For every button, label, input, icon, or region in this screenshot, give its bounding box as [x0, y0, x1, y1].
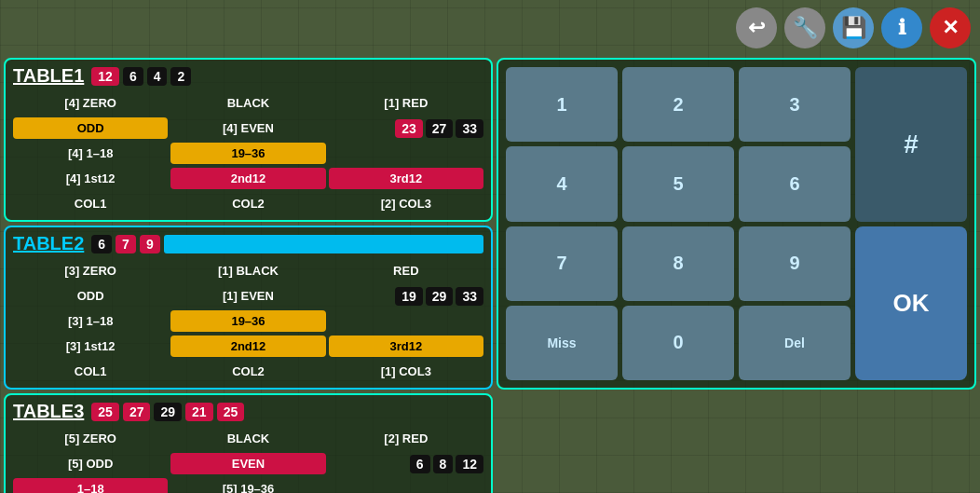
- table3-red: [2] RED: [329, 428, 483, 449]
- numpad-1[interactable]: 1: [506, 67, 618, 142]
- numpad-ok[interactable]: OK: [855, 226, 967, 381]
- table2-col3: [1] COL3: [329, 361, 483, 382]
- table1-row-zero: [4] ZERO BLACK [1] RED: [13, 92, 483, 114]
- table2-header-highlight: [164, 235, 483, 253]
- table2-red: RED: [329, 260, 483, 281]
- numpad-panel: 1 2 3 # 4 5 6 7 8 9 OK Miss 0 Del: [497, 58, 976, 390]
- table2-num2: 7: [116, 235, 136, 253]
- table3-row-range: 1–18 [5] 19–36: [13, 478, 483, 493]
- table2-n29: 29: [426, 287, 454, 306]
- table3-range-empty: [329, 486, 483, 493]
- numpad-3[interactable]: 3: [739, 67, 851, 142]
- numpad-8[interactable]: 8: [622, 226, 734, 301]
- table1-1936: 19–36: [170, 143, 325, 164]
- table2-row-range: [3] 1–18 19–36: [13, 310, 483, 332]
- table2-118: [3] 1–18: [13, 310, 168, 332]
- table2-zero: [3] ZERO: [13, 260, 168, 281]
- table1-col3: [2] COL3: [329, 193, 483, 214]
- table2-odd: ODD: [13, 285, 168, 307]
- table3-1936: [5] 19–36: [170, 478, 325, 493]
- table1-row-col: COL1 COL2 [2] COL3: [13, 193, 483, 214]
- table1-2nd12: 2nd12: [170, 168, 325, 189]
- table1-odd: ODD: [13, 117, 168, 139]
- table1-col2: COL2: [170, 193, 325, 214]
- table1-red: [1] RED: [329, 92, 483, 114]
- table1-col1: COL1: [13, 193, 168, 214]
- table3-n8: 8: [433, 455, 454, 473]
- table1-n23: 23: [395, 119, 423, 138]
- table3-118: 1–18: [13, 478, 168, 493]
- table2-col2: COL2: [170, 361, 325, 382]
- table3-odd: [5] ODD: [13, 453, 168, 474]
- table1-zero: [4] ZERO: [13, 92, 168, 114]
- table2-panel: TABLE2 6 7 9 [3] ZERO [1] BLACK RED ODD …: [4, 226, 493, 390]
- table1-panel: TABLE1 12 6 4 2 [4] ZERO BLACK [1] RED O…: [4, 58, 493, 222]
- wrench-button[interactable]: 🔧: [784, 7, 825, 48]
- numpad-2[interactable]: 2: [622, 67, 734, 142]
- table1-num4: 2: [170, 67, 191, 86]
- numpad-del[interactable]: Del: [739, 306, 851, 380]
- table3-zero: [5] ZERO: [13, 428, 168, 449]
- table3-num3: 29: [154, 403, 182, 421]
- table1-118: [4] 1–18: [13, 143, 168, 164]
- numpad-grid: 1 2 3 # 4 5 6 7 8 9 OK Miss 0 Del: [506, 67, 967, 380]
- table3-inline-nums: 6 8 12: [329, 455, 483, 473]
- table3-panel: TABLE3 25 27 29 21 25 [5] ZERO BLACK [2]…: [4, 393, 493, 493]
- table1-3rd12: 3rd12: [329, 168, 483, 189]
- table2-row-zero: [3] ZERO [1] BLACK RED: [13, 260, 483, 281]
- numpad-5[interactable]: 5: [622, 146, 734, 221]
- toolbar: ↩ 🔧 💾 ℹ ✕: [736, 7, 971, 48]
- table1-black: BLACK: [170, 92, 325, 114]
- table2-black: [1] BLACK: [170, 260, 325, 281]
- table1-n33: 33: [456, 119, 483, 138]
- table1-n27: 27: [426, 119, 454, 138]
- numpad-hash[interactable]: #: [855, 67, 967, 222]
- info-button[interactable]: ℹ: [881, 7, 922, 48]
- table2-col1: COL1: [13, 361, 168, 382]
- table2-1936: 19–36: [170, 310, 325, 332]
- table1-title: TABLE1: [13, 65, 84, 87]
- numpad-9[interactable]: 9: [739, 226, 851, 301]
- table3-num4: 21: [185, 403, 213, 421]
- table2-n33: 33: [456, 287, 483, 306]
- table2-row-col: COL1 COL2 [1] COL3: [13, 361, 483, 382]
- table3-n12: 12: [456, 455, 483, 473]
- table3-header: TABLE3 25 27 29 21 25: [13, 401, 483, 422]
- table1-num3: 4: [147, 67, 168, 86]
- table2-2nd12: 2nd12: [170, 336, 325, 357]
- table1-row-dozen: [4] 1st12 2nd12 3rd12: [13, 168, 483, 189]
- table3-title: TABLE3: [13, 401, 84, 422]
- numpad-miss[interactable]: Miss: [506, 306, 618, 380]
- table1-header: TABLE1 12 6 4 2: [13, 65, 483, 87]
- table1-even: [4] EVEN: [170, 117, 325, 139]
- table3-num5: 25: [217, 403, 245, 421]
- table3-black: BLACK: [170, 428, 325, 449]
- table2-row-dozen: [3] 1st12 2nd12 3rd12: [13, 336, 483, 357]
- numpad-0[interactable]: 0: [622, 306, 734, 380]
- table2-1st12: [3] 1st12: [13, 336, 168, 357]
- numpad-7[interactable]: 7: [506, 226, 618, 301]
- table2-inline-nums: 19 29 33: [329, 287, 483, 306]
- numpad-6[interactable]: 6: [739, 146, 851, 221]
- table2-num1: 6: [91, 235, 112, 253]
- table2-even: [1] EVEN: [170, 285, 325, 307]
- table2-3rd12: 3rd12: [329, 336, 483, 357]
- table1-num2: 6: [123, 67, 143, 86]
- close-button[interactable]: ✕: [930, 7, 971, 48]
- table1-num1: 12: [91, 67, 119, 86]
- numpad-4[interactable]: 4: [506, 146, 618, 221]
- table1-row-odd: ODD [4] EVEN 23 27 33: [13, 117, 483, 139]
- table2-num3: 9: [140, 235, 160, 253]
- table2-title: TABLE2: [13, 233, 84, 254]
- table2-range-empty: [329, 318, 483, 325]
- table1-inline-nums: 23 27 33: [329, 119, 483, 138]
- back-button[interactable]: ↩: [736, 7, 777, 48]
- table1-1st12: [4] 1st12: [13, 168, 168, 189]
- table1-range-empty: [329, 150, 483, 157]
- save-button[interactable]: 💾: [833, 7, 874, 48]
- table1-row-range: [4] 1–18 19–36: [13, 143, 483, 164]
- table3-n6: 6: [410, 455, 430, 473]
- table2-header: TABLE2 6 7 9: [13, 233, 483, 254]
- table3-row-zero: [5] ZERO BLACK [2] RED: [13, 428, 483, 449]
- table3-num1: 25: [91, 403, 119, 421]
